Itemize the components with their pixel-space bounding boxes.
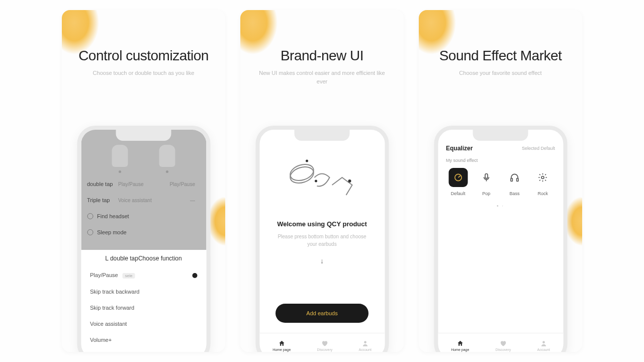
preset-label: Bass [510,191,520,196]
moon-icon [87,229,93,235]
preset-default[interactable]: Default [448,168,468,196]
option-voice-assistant[interactable]: Voice assistant [90,316,197,332]
config-row-double-tap[interactable]: double tap Play/Pause Play/Pause [81,176,206,192]
heart-icon [321,340,328,347]
add-earbuds-label: Add earbuds [306,310,337,316]
config-value-right: Play/Pause [169,182,195,187]
gear-icon [533,168,553,187]
config-value-left: Voice assistant [118,198,152,203]
setting-label: Sleep mode [97,229,127,235]
preset-pop[interactable]: Pop [477,168,496,196]
tab-account[interactable]: Account [537,340,550,351]
phone-mockup: Welcome using QCY product Please press b… [255,126,389,352]
svg-rect-9 [511,178,512,182]
bottom-tabbar: Home page Discovery Account [259,333,385,352]
phone-upper-dimmed: double tap Play/Pause Play/Pause Triple … [81,130,206,250]
svg-point-12 [542,341,545,343]
svg-point-5 [364,341,366,343]
svg-point-2 [306,160,308,162]
svg-point-4 [348,179,351,183]
option-skip-backward[interactable]: Skip track backward [90,284,197,300]
preset-row: Default Pop Bass Rock [438,168,563,196]
setting-label: Find headset [97,213,129,219]
tab-home[interactable]: Home page [272,340,291,351]
equalizer-selected: Selected Default [522,146,555,151]
config-value-left: Play/Pause [118,182,144,187]
svg-point-11 [541,176,544,179]
earbuds-illustration [81,145,206,167]
phone-notch [116,130,171,141]
phone-mockup: double tap Play/Pause Play/Pause Triple … [77,126,210,352]
option-volume-up[interactable]: Volume+ [90,332,197,348]
preset-label: Default [451,191,466,196]
user-icon [540,340,547,347]
panel-subtitle: Choose touch or double touch as you like [62,69,225,77]
tab-label: Discovery [496,348,511,351]
option-badge: sele [123,273,135,279]
option-label: Voice assistant [90,321,127,327]
svg-rect-8 [485,174,488,178]
tab-discovery[interactable]: Discovery [496,340,511,351]
tab-account[interactable]: Account [359,340,372,351]
radio-selected-icon [192,273,197,278]
mic-icon [477,168,496,187]
headphones-icon [505,168,524,187]
welcome-subtitle: Please press bottom button and choose yo… [269,233,375,248]
panel-subtitle: New UI makes control easier and more eff… [240,69,404,85]
option-label: Skip track backward [90,289,139,295]
equalizer-section-label: My sound effect [438,155,563,168]
option-skip-forward[interactable]: Skip track forward [90,300,197,316]
qcy-logo-illustration [277,150,367,210]
phone-notch [473,130,528,141]
tab-label: Account [537,348,550,351]
option-play-pause[interactable]: Play/Pause sele [90,267,197,284]
config-label: double tap [87,181,118,187]
panel-brand-new-ui: Brand-new UI New UI makes control easier… [240,10,404,352]
earbud-left-icon [112,145,128,167]
svg-rect-10 [517,178,518,182]
config-row-triple-tap[interactable]: Triple tap Voice assistant — [81,192,206,208]
config-value-right: — [190,198,195,203]
tab-label: Discovery [317,348,333,351]
arrow-down-icon: ↓ [269,257,375,265]
tab-label: Home page [272,348,291,351]
dial-icon [448,168,468,187]
equalizer-title: Equalizer [446,145,473,152]
tab-discovery[interactable]: Discovery [317,340,333,351]
preset-label: Pop [482,191,490,196]
option-label: Play/Pause [90,272,118,278]
svg-point-3 [315,180,317,183]
option-label: Skip track forward [90,305,134,311]
function-chooser-sheet: L double tapChoose function Play/Pause s… [81,250,206,352]
setting-find-headset[interactable]: Find headset [81,208,206,224]
preset-bass[interactable]: Bass [505,168,524,196]
panel-subtitle: Choose your favorite sound effect [419,69,582,77]
heart-icon [500,340,507,347]
option-label: Volume+ [90,337,112,343]
config-label: Triple tap [87,197,118,203]
tab-label: Account [359,348,372,351]
tab-label: Home page [451,348,469,351]
phone-notch [295,130,350,141]
home-icon [278,340,285,347]
setting-sleep-mode[interactable]: Sleep mode [81,224,206,240]
tab-home[interactable]: Home page [451,340,469,351]
home-icon [456,340,464,347]
phone-mockup: Equalizer Selected Default My sound effe… [434,126,567,352]
panel-sound-effect-market: Sound Effect Market Choose your favorite… [419,10,582,352]
bottom-tabbar: Home page Discovery Account [438,333,563,352]
sheet-title: L double tapChoose function [90,255,197,262]
pagination-dots: • · [438,203,563,209]
panel-control-customization: Control customization Choose touch or do… [62,10,225,352]
svg-line-7 [458,176,460,177]
target-icon [87,213,93,219]
add-earbuds-button[interactable]: Add earbuds [275,304,369,323]
user-icon [361,340,369,347]
earbud-right-icon [159,145,175,167]
preset-label: Rock [538,191,548,196]
preset-rock[interactable]: Rock [533,168,553,196]
option-volume-down[interactable]: Volume- [90,348,197,352]
welcome-title: Welcome using QCY product [269,220,375,228]
